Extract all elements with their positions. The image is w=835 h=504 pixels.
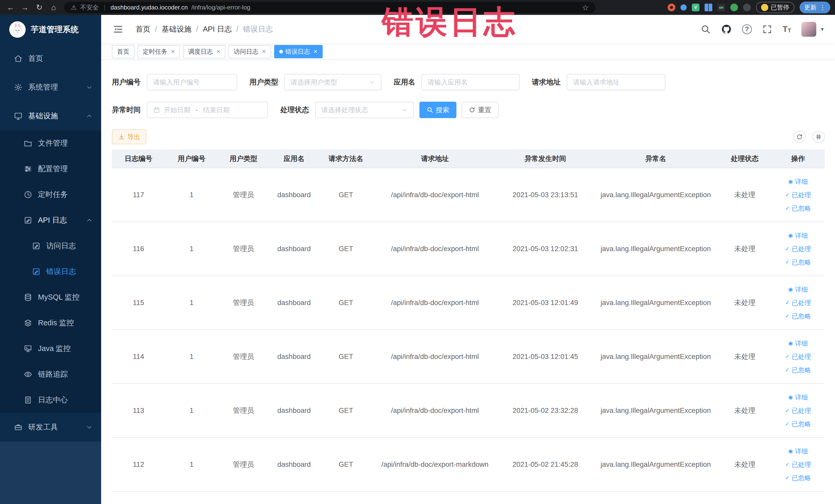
close-icon[interactable]: × bbox=[217, 47, 220, 56]
mark-processed-link[interactable]: ✓ 已处理 bbox=[773, 350, 823, 363]
close-icon[interactable]: × bbox=[262, 47, 266, 56]
cell-status: 未处理 bbox=[718, 168, 771, 222]
leaf-extension-icon[interactable] bbox=[730, 4, 738, 11]
mark-ignored-link[interactable]: ✓ 已忽略 bbox=[773, 417, 823, 430]
app-logo[interactable]: 芋道管理系统 bbox=[0, 15, 101, 44]
forward-icon[interactable]: → bbox=[19, 0, 31, 15]
exception-time-range-picker[interactable]: 开始日期 - 结束日期 bbox=[147, 102, 268, 118]
cell-request-url: /api/infra/db-doc/export-html bbox=[372, 222, 497, 276]
browser-update-button[interactable]: 更新 ⋮ bbox=[799, 2, 830, 13]
detail-link[interactable]: ◉ 详细 bbox=[773, 337, 823, 350]
sidebar-fold-icon[interactable] bbox=[113, 24, 124, 35]
avatar-caret-icon[interactable]: ▾ bbox=[821, 26, 824, 33]
app-name-input[interactable] bbox=[422, 74, 520, 90]
refresh-table-button[interactable] bbox=[793, 131, 806, 143]
search-icon[interactable] bbox=[700, 24, 711, 35]
on-badge-extension-icon[interactable]: on bbox=[717, 4, 725, 11]
mark-processed-link[interactable]: ✓ 已处理 bbox=[773, 404, 823, 417]
mark-processed-link[interactable]: ✓ 已处理 bbox=[773, 188, 823, 202]
bookmark-star-icon[interactable]: ☆ bbox=[582, 3, 589, 12]
detail-link[interactable]: ◉ 详细 bbox=[773, 283, 823, 296]
user-type-select[interactable]: 请选择用户类型 bbox=[284, 74, 382, 90]
mark-ignored-link[interactable]: ✓ 已忽略 bbox=[773, 256, 823, 269]
home-nav-icon[interactable]: ⌂ bbox=[48, 0, 60, 15]
mark-ignored-link[interactable]: ✓ 已忽略 bbox=[773, 471, 823, 484]
sidebar-item-log-center[interactable]: 日志中心 bbox=[0, 387, 101, 413]
sidebar-item-dev-tools[interactable]: 研发工具 bbox=[0, 413, 101, 442]
grid-extension-icon[interactable] bbox=[705, 4, 712, 11]
date-range-separator: - bbox=[196, 106, 198, 114]
font-size-icon[interactable]: TT bbox=[782, 24, 791, 34]
vue-devtools-icon[interactable]: V bbox=[692, 4, 699, 11]
home-icon bbox=[14, 54, 23, 63]
record-extension-icon[interactable] bbox=[668, 4, 675, 11]
tab-scheduled-tasks[interactable]: 定时任务 × bbox=[138, 45, 180, 58]
sidebar-item-scheduled-tasks[interactable]: 定时任务 bbox=[0, 182, 101, 207]
eye-icon: ◉ bbox=[788, 229, 793, 242]
sidebar-item-file-management[interactable]: 文件管理 bbox=[0, 130, 101, 156]
breadcrumb-infrastructure[interactable]: 基础设施 bbox=[162, 24, 191, 35]
column-settings-button[interactable] bbox=[812, 131, 825, 143]
col-request-url: 请求地址 bbox=[372, 149, 497, 168]
annotation-error-log: 错误日志 bbox=[382, 6, 517, 38]
detail-link[interactable]: ◉ 详细 bbox=[773, 175, 823, 188]
export-button[interactable]: 导出 bbox=[112, 129, 146, 144]
tab-error-log[interactable]: 错误日志 × bbox=[274, 45, 323, 58]
detail-link[interactable]: ◉ 详细 bbox=[773, 229, 823, 242]
user-id-input[interactable] bbox=[147, 74, 237, 90]
cell-status: 未处理 bbox=[718, 384, 771, 438]
sidebar-item-infrastructure[interactable]: 基础设施 bbox=[0, 102, 101, 130]
mark-ignored-link[interactable]: ✓ 已忽略 bbox=[773, 309, 823, 323]
cell-exception-time: 2021-05-03 12:01:45 bbox=[497, 330, 593, 384]
mark-processed-link[interactable]: ✓ 已处理 bbox=[773, 296, 823, 309]
sidebar-item-system-management[interactable]: 系统管理 bbox=[0, 73, 101, 102]
reset-button[interactable]: 重置 bbox=[462, 102, 498, 118]
url-domain: dashboard.yudao.iocoder.cn bbox=[110, 4, 188, 11]
url-divider: | bbox=[104, 4, 105, 11]
fullscreen-icon[interactable] bbox=[762, 24, 772, 35]
sidebar-item-java-monitor[interactable]: Java 监控 bbox=[0, 336, 101, 362]
tab-access-log[interactable]: 访问日志 × bbox=[228, 45, 271, 58]
cell-log-id: 115 bbox=[112, 276, 165, 330]
avatar[interactable] bbox=[801, 22, 816, 37]
detail-link[interactable]: ◉ 详细 bbox=[773, 444, 823, 458]
close-icon[interactable]: × bbox=[171, 47, 175, 56]
mark-processed-link[interactable]: ✓ 已处理 bbox=[773, 458, 823, 471]
sidebar-item-redis-monitor[interactable]: Redis 监控 bbox=[0, 310, 101, 336]
back-icon[interactable]: ← bbox=[5, 0, 16, 15]
help-icon[interactable]: ? bbox=[742, 24, 752, 34]
sidebar-item-mysql-monitor[interactable]: MySQL 监控 bbox=[0, 284, 101, 310]
tab-label: 访问日志 bbox=[233, 47, 258, 56]
col-status: 处理状态 bbox=[718, 149, 771, 168]
detail-link[interactable]: ◉ 详细 bbox=[773, 390, 823, 404]
mark-ignored-link[interactable]: ✓ 已忽略 bbox=[773, 202, 823, 215]
breadcrumb-api-logs[interactable]: API 日志 bbox=[203, 24, 232, 35]
process-status-select[interactable]: 请选择处理状态 bbox=[315, 102, 414, 118]
drop-extension-icon[interactable] bbox=[680, 4, 687, 11]
github-icon[interactable] bbox=[721, 24, 732, 35]
sidebar-item-home[interactable]: 首页 bbox=[0, 44, 101, 73]
chevron-down-icon bbox=[86, 424, 93, 431]
mark-processed-link[interactable]: ✓ 已处理 bbox=[773, 242, 823, 256]
search-button[interactable]: 搜索 bbox=[420, 102, 456, 118]
sidebar-item-trace[interactable]: 链路追踪 bbox=[0, 362, 101, 387]
request-url-input[interactable] bbox=[567, 74, 665, 90]
breadcrumb-home[interactable]: 首页 bbox=[136, 24, 150, 35]
profile-paused-badge[interactable]: 已暂停 bbox=[756, 2, 794, 13]
database-icon bbox=[24, 293, 32, 302]
reload-icon[interactable]: ↻ bbox=[33, 0, 45, 15]
sidebar-item-api-logs[interactable]: API 日志 bbox=[0, 207, 101, 233]
ignored-link-label: 已忽略 bbox=[792, 309, 811, 323]
header-actions: ? TT ▾ bbox=[700, 22, 824, 37]
close-icon[interactable]: × bbox=[314, 47, 318, 56]
sidebar-item-access-log[interactable]: 访问日志 bbox=[0, 233, 101, 259]
mark-ignored-link[interactable]: ✓ 已忽略 bbox=[773, 363, 823, 377]
sidebar-item-config-management[interactable]: 配置管理 bbox=[0, 156, 101, 182]
tab-schedule-log[interactable]: 调度日志 × bbox=[183, 45, 225, 58]
paw-extension-icon[interactable] bbox=[743, 4, 751, 11]
sidebar-item-label: 文件管理 bbox=[38, 138, 68, 148]
tab-home[interactable]: 首页 bbox=[112, 45, 135, 58]
sidebar-item-error-log[interactable]: 错误日志 bbox=[0, 259, 101, 284]
sidebar-item-label: 研发工具 bbox=[28, 422, 58, 432]
breadcrumb-separator: / bbox=[196, 25, 198, 33]
